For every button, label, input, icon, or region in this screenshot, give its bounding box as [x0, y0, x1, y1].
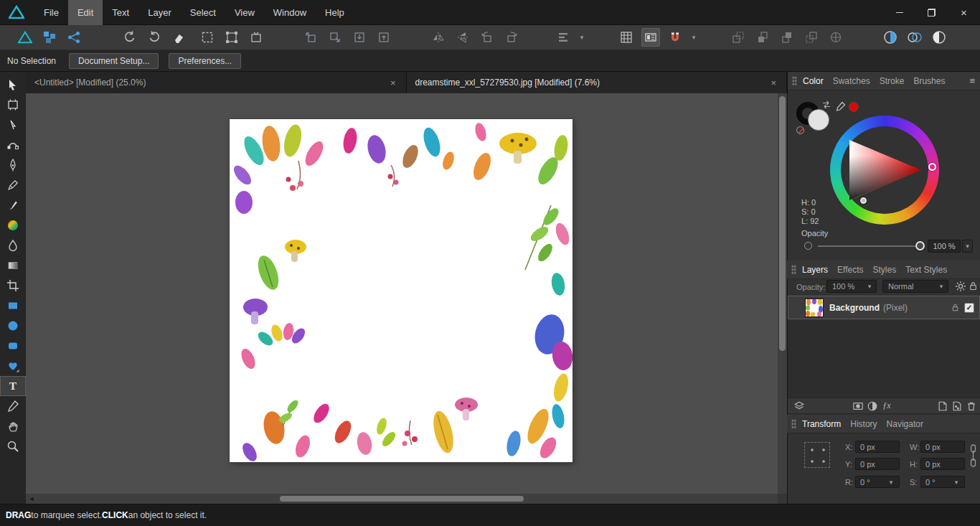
- tab-transform[interactable]: Transform: [802, 419, 841, 429]
- show-grid-icon[interactable]: [617, 28, 636, 47]
- node-tool[interactable]: [0, 115, 26, 135]
- picked-color-swatch[interactable]: [849, 102, 859, 112]
- tab-history[interactable]: History: [850, 419, 877, 429]
- split-view-icon[interactable]: [905, 28, 924, 47]
- corner-tool[interactable]: [0, 135, 26, 155]
- opacity-slider-knob[interactable]: [915, 241, 925, 250]
- tab-close-icon[interactable]: ×: [389, 78, 397, 88]
- vertical-scrollbar[interactable]: [778, 93, 787, 494]
- color-picker-icon[interactable]: [835, 101, 846, 112]
- flip-vertical-icon[interactable]: [453, 28, 472, 47]
- zoom-tool[interactable]: [0, 436, 26, 456]
- pixel-view-icon[interactable]: [641, 28, 660, 47]
- move-forward-one-icon[interactable]: [778, 28, 796, 47]
- lock-icon[interactable]: [968, 281, 979, 291]
- move-to-front-icon[interactable]: [802, 28, 821, 47]
- delete-layer-icon[interactable]: [964, 399, 979, 413]
- snapping-dropdown-icon[interactable]: ▾: [690, 34, 697, 41]
- eraser-icon[interactable]: [169, 28, 188, 47]
- blend-mode-combo[interactable]: Normal▾: [882, 280, 948, 293]
- view-quality-icon[interactable]: [881, 28, 900, 47]
- layer-thumbnail[interactable]: [805, 299, 824, 317]
- pixel-persona-icon[interactable]: [40, 28, 59, 47]
- r-field[interactable]: 0 °▾: [855, 476, 900, 488]
- hue-marker[interactable]: [928, 163, 936, 171]
- panel-menu-icon[interactable]: ≡: [969, 75, 975, 86]
- redo-icon[interactable]: [145, 28, 164, 47]
- fill-color-swatch[interactable]: [808, 109, 829, 131]
- h-field[interactable]: 0 px: [920, 458, 965, 470]
- menu-layer[interactable]: Layer: [138, 0, 181, 25]
- link-dimensions-icon[interactable]: [970, 443, 976, 468]
- horizontal-scrollbar-thumb[interactable]: [280, 496, 524, 502]
- document-tab-untitled[interactable]: <Untitled> [Modified] (25.0%) ×: [26, 72, 407, 93]
- alignment-dropdown-icon[interactable]: ▾: [578, 34, 585, 41]
- artboard-tool[interactable]: [0, 95, 26, 115]
- menu-file[interactable]: File: [34, 0, 68, 25]
- mask-layer-icon[interactable]: [851, 399, 865, 413]
- opacity-value-field[interactable]: 100 %: [928, 240, 961, 253]
- tab-layers[interactable]: Layers: [802, 265, 828, 275]
- menu-help[interactable]: Help: [316, 0, 354, 25]
- layer-lock-icon[interactable]: [951, 303, 960, 312]
- tab-close-icon[interactable]: ×: [769, 78, 778, 88]
- flip-horizontal-icon[interactable]: [429, 28, 448, 47]
- layers-list-empty-area[interactable]: [788, 319, 980, 398]
- export-persona-icon[interactable]: [65, 28, 83, 47]
- vertical-scrollbar-thumb[interactable]: [779, 96, 786, 351]
- layers-opacity-combo[interactable]: 100 %▾: [826, 280, 877, 293]
- blend-options-icon[interactable]: [955, 281, 966, 292]
- vector-brush-tool[interactable]: [0, 195, 26, 215]
- insert-in-front-icon[interactable]: [326, 28, 344, 47]
- transparency-tool[interactable]: [0, 255, 26, 276]
- layer-visibility-checkbox[interactable]: ✓: [964, 303, 974, 313]
- canvas-viewport[interactable]: [26, 93, 778, 494]
- rectangle-tool[interactable]: [0, 296, 26, 316]
- document-canvas[interactable]: [230, 119, 573, 462]
- preview-mode-icon[interactable]: [930, 28, 948, 47]
- designer-persona-icon[interactable]: [16, 28, 34, 47]
- undo-icon[interactable]: [121, 28, 139, 47]
- crop-tool[interactable]: [0, 276, 26, 296]
- opacity-min-stop[interactable]: [804, 242, 812, 250]
- opacity-dropdown[interactable]: ▾: [962, 240, 973, 253]
- menu-text[interactable]: Text: [103, 0, 138, 25]
- canvas-artwork[interactable]: [230, 119, 573, 462]
- document-setup-button[interactable]: Document Setup...: [69, 53, 159, 69]
- tab-stroke[interactable]: Stroke: [880, 76, 905, 86]
- paint-tool[interactable]: [0, 215, 26, 235]
- insert-inside-icon[interactable]: [350, 28, 369, 47]
- layer-row-background[interactable]: Background (Pixel) ✓: [788, 296, 980, 319]
- tab-effects[interactable]: Effects: [837, 265, 863, 275]
- x-field[interactable]: 0 px: [855, 441, 900, 453]
- menu-view[interactable]: View: [225, 0, 264, 25]
- anchor-selector[interactable]: [804, 442, 830, 468]
- smudge-tool[interactable]: [0, 235, 26, 255]
- new-layer-icon[interactable]: [936, 399, 950, 413]
- document-tab-dreamstime[interactable]: dreamstime_xxl_57279530.jpg [Modified] (…: [407, 72, 788, 93]
- rotate-right-icon[interactable]: [502, 28, 521, 47]
- insert-behind-icon[interactable]: [301, 28, 320, 47]
- menu-edit[interactable]: Edit: [68, 0, 103, 25]
- move-to-back-icon[interactable]: [729, 28, 748, 47]
- tab-brushes[interactable]: Brushes: [913, 76, 945, 86]
- heart-shape-tool[interactable]: [0, 356, 26, 376]
- snapping-magnet-icon[interactable]: [666, 28, 684, 47]
- tab-styles[interactable]: Styles: [873, 265, 897, 275]
- pen-tool[interactable]: [0, 155, 26, 175]
- snap-bounds-icon[interactable]: [222, 28, 241, 47]
- move-tool[interactable]: [0, 75, 26, 95]
- preferences-button[interactable]: Preferences...: [169, 53, 241, 69]
- transform-box-icon[interactable]: [247, 28, 265, 47]
- tab-navigator[interactable]: Navigator: [887, 419, 923, 429]
- alignment-icon[interactable]: [554, 28, 573, 47]
- menu-select[interactable]: Select: [181, 0, 225, 25]
- rounded-rectangle-tool[interactable]: [0, 336, 26, 356]
- minimize-button[interactable]: [883, 0, 915, 25]
- rotate-left-icon[interactable]: [478, 28, 496, 47]
- color-picker-tool[interactable]: [0, 396, 26, 416]
- insert-on-top-icon[interactable]: [374, 28, 393, 47]
- layer-effects-icon[interactable]: ƒx: [880, 399, 894, 413]
- pencil-tool[interactable]: [0, 175, 26, 195]
- snap-grid-icon[interactable]: [198, 28, 217, 47]
